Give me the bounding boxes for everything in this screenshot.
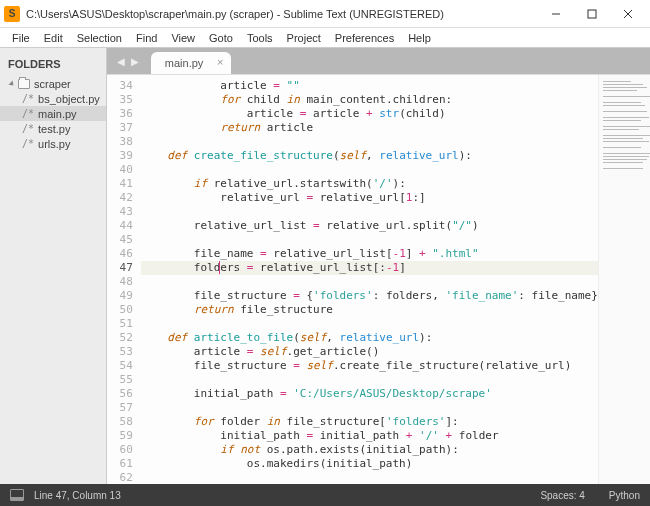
tree-file[interactable]: /*test.py xyxy=(0,121,106,136)
menu-selection[interactable]: Selection xyxy=(71,30,128,46)
titlebar: S C:\Users\ASUS\Desktop\scraper\main.py … xyxy=(0,0,650,28)
tree-file-label: bs_object.py xyxy=(38,93,100,105)
file-icon: /* xyxy=(22,138,34,149)
minimap[interactable] xyxy=(598,75,650,484)
window-title: C:\Users\ASUS\Desktop\scraper\main.py (s… xyxy=(26,8,538,20)
menu-edit[interactable]: Edit xyxy=(38,30,69,46)
status-spaces[interactable]: Spaces: 4 xyxy=(540,490,584,501)
tab-main[interactable]: main.py × xyxy=(151,52,232,74)
close-button[interactable] xyxy=(610,1,646,27)
tree-file-label: main.py xyxy=(38,108,77,120)
status-syntax[interactable]: Python xyxy=(609,490,640,501)
menu-goto[interactable]: Goto xyxy=(203,30,239,46)
status-position[interactable]: Line 47, Column 13 xyxy=(34,490,121,501)
tab-label: main.py xyxy=(165,57,204,69)
maximize-button[interactable] xyxy=(574,1,610,27)
tab-prev-icon[interactable]: ◀ xyxy=(117,56,125,67)
tree-folder-root[interactable]: scraper xyxy=(0,76,106,91)
tree-folder-label: scraper xyxy=(34,78,71,90)
menu-file[interactable]: File xyxy=(6,30,36,46)
menubar: FileEditSelectionFindViewGotoToolsProjec… xyxy=(0,28,650,48)
file-icon: /* xyxy=(22,123,34,134)
tree-file[interactable]: /*bs_object.py xyxy=(0,91,106,106)
menu-view[interactable]: View xyxy=(165,30,201,46)
minimize-button[interactable] xyxy=(538,1,574,27)
menu-project[interactable]: Project xyxy=(281,30,327,46)
chevron-down-icon xyxy=(8,80,15,87)
file-icon: /* xyxy=(22,93,34,104)
tree-file-label: test.py xyxy=(38,123,70,135)
folder-icon xyxy=(18,79,30,89)
tab-row: ◀ ▶ main.py × xyxy=(107,48,650,74)
menu-preferences[interactable]: Preferences xyxy=(329,30,400,46)
folder-tree: scraper /*bs_object.py/*main.py/*test.py… xyxy=(0,74,106,153)
menu-help[interactable]: Help xyxy=(402,30,437,46)
tree-file[interactable]: /*main.py xyxy=(0,106,106,121)
panel-icon[interactable] xyxy=(10,489,24,501)
editor-area: ◀ ▶ main.py × 34353637383940414243444546… xyxy=(107,48,650,484)
sidebar-heading: FOLDERS xyxy=(0,54,106,74)
tab-next-icon[interactable]: ▶ xyxy=(131,56,139,67)
tree-file[interactable]: /*urls.py xyxy=(0,136,106,151)
close-icon[interactable]: × xyxy=(217,56,223,68)
sidebar: FOLDERS scraper /*bs_object.py/*main.py/… xyxy=(0,48,107,484)
file-icon: /* xyxy=(22,108,34,119)
menu-tools[interactable]: Tools xyxy=(241,30,279,46)
code-editor[interactable]: article = "" for child in main_content.c… xyxy=(141,75,598,484)
tree-file-label: urls.py xyxy=(38,138,70,150)
statusbar: Line 47, Column 13 Spaces: 4 Python xyxy=(0,484,650,506)
menu-find[interactable]: Find xyxy=(130,30,163,46)
app-icon: S xyxy=(4,6,20,22)
svg-rect-1 xyxy=(588,10,596,18)
line-gutter[interactable]: 3435363738394041424344454647484950515253… xyxy=(107,75,141,484)
